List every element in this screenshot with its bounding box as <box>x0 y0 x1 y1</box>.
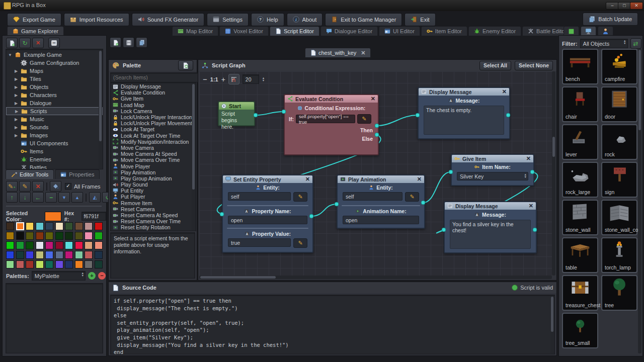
tree-scrollbar[interactable] <box>99 50 102 168</box>
palette-item-modify-navigation-interaction[interactable]: Modify Navigation/Interaction <box>111 139 196 145</box>
color-swatch-35[interactable] <box>55 251 63 259</box>
color-swatch-34[interactable] <box>45 251 53 259</box>
color-swatch-10[interactable] <box>6 232 14 240</box>
expand-arrow-icon[interactable]: ▶ <box>14 93 18 98</box>
tree-item-scripts[interactable]: ▶Scripts <box>6 107 103 115</box>
graph-canvas[interactable]: − 1:1 + 20 ▲▼ Start Script begins here. … <box>199 71 552 276</box>
color-swatch-20[interactable] <box>6 241 14 249</box>
asset-stone_wall[interactable]: stone_wall <box>562 200 598 235</box>
color-swatch-18[interactable] <box>85 232 93 240</box>
tab-editor-tools[interactable]: Editor Tools <box>6 169 54 179</box>
color-swatch-40[interactable] <box>6 260 14 268</box>
asset-campfire[interactable]: campfire <box>601 49 637 84</box>
palette-select[interactable]: MyPalette ▲▼ <box>32 271 86 281</box>
color-swatch-27[interactable] <box>75 241 83 249</box>
tree-item-music[interactable]: ▶Music <box>6 115 103 123</box>
erase-tool[interactable]: ✕ <box>32 181 44 192</box>
tab-enemy-editor[interactable]: Enemy Editor <box>468 26 521 36</box>
palette-item-display-message[interactable]: Display Message <box>111 83 196 89</box>
color-swatch-21[interactable] <box>16 241 24 249</box>
animation-name-input[interactable]: open <box>343 216 419 224</box>
palette-item-play-animation[interactable]: Play Animation <box>111 169 196 175</box>
color-swatch-19[interactable] <box>95 232 103 240</box>
hex-input[interactable]: f6791f <box>82 212 106 221</box>
node-close-icon[interactable]: ✕ <box>502 89 507 95</box>
tree-item-enemies[interactable]: Enemies <box>6 155 103 163</box>
edit-entity-button[interactable]: ✎ <box>405 192 419 202</box>
expand-arrow-icon[interactable]: ▶ <box>14 125 18 130</box>
color-swatch-30[interactable] <box>6 251 14 259</box>
tab-voxel-editor[interactable]: Voxel Editor <box>219 26 269 36</box>
palette-item-move-camera[interactable]: Move Camera <box>111 145 196 151</box>
shift-down-tool[interactable]: ↓ <box>19 192 31 203</box>
palette-item-put-player[interactable]: Put Player <box>111 194 196 200</box>
close-tab-icon[interactable]: ✕ <box>361 50 365 56</box>
tree-item-battles[interactable]: Battles <box>6 163 103 169</box>
color-swatch-1[interactable] <box>16 222 24 230</box>
color-swatch-23[interactable] <box>36 241 44 249</box>
expand-arrow-icon[interactable]: ▶ <box>14 117 18 122</box>
node-display-message-2[interactable]: Display Message ✕ A Message: You find a … <box>444 201 537 253</box>
mini-tab-objects[interactable] <box>581 26 596 36</box>
tab-properties[interactable]: Properties <box>55 169 100 179</box>
snap-toggle-button[interactable] <box>228 74 239 84</box>
asset-torch_lamp[interactable]: torch_lamp <box>601 237 637 273</box>
asset-chair[interactable]: chair <box>562 86 598 122</box>
minimize-button[interactable]: – <box>606 2 619 10</box>
asset-tree_small[interactable]: tree_small <box>562 313 598 348</box>
palette-item-put-entity[interactable]: Put Entity <box>111 188 196 194</box>
color-swatch-38[interactable] <box>85 251 93 259</box>
tree-item-dialogue[interactable]: ▶Dialogue <box>6 99 103 107</box>
asset-door[interactable]: door <box>601 86 637 122</box>
export-game-button[interactable]: Export Game <box>7 13 61 26</box>
refresh-assets-button[interactable]: ⇄ <box>630 38 641 49</box>
help-button[interactable]: ?Help <box>251 13 284 26</box>
palette-item-lock-unlock-player-interaction[interactable]: Lock/Unlock Player Interaction <box>111 114 196 120</box>
tab-item-editor[interactable]: Item Editor <box>421 26 467 36</box>
color-swatch-14[interactable] <box>45 232 53 240</box>
palette-item-look-at-target[interactable]: Look At Target <box>111 126 196 132</box>
palette-item-play-sound[interactable]: Play Sound <box>111 182 196 188</box>
node-close-icon[interactable]: ✕ <box>305 176 310 182</box>
paint-tool[interactable]: ✎ <box>19 181 31 192</box>
node-close-icon[interactable]: ✕ <box>417 176 422 182</box>
exit-to-game-manager-button[interactable]: Exit to Game Manager <box>325 13 402 26</box>
tree-item-images[interactable]: ▶Images <box>6 131 103 139</box>
palette-item-load-map[interactable]: Load Map <box>111 102 196 108</box>
exit-button[interactable]: Exit <box>405 13 435 26</box>
expand-arrow-icon[interactable]: ▶ <box>14 101 18 106</box>
palette-item-give-item[interactable]: Give Item <box>111 96 196 102</box>
source-scrollbar[interactable] <box>550 296 554 353</box>
asset-rock[interactable]: rock <box>601 124 637 160</box>
tree-item-sounds[interactable]: ▶Sounds <box>6 123 103 131</box>
document-tab[interactable]: chest_with_key ✕ <box>305 48 371 57</box>
palette-item-move-player[interactable]: Move Player <box>111 163 196 169</box>
tab-game-explorer[interactable]: Game Explorer <box>7 26 64 36</box>
batch-update-button[interactable]: Batch Update <box>583 13 638 26</box>
shift-up-tool[interactable]: ↑ <box>6 192 18 203</box>
palette-item-reset-entity-rotation[interactable]: Reset Entity Rotation <box>111 224 196 230</box>
color-swatch-17[interactable] <box>75 232 83 240</box>
tab-ui-editor[interactable]: UI Editor <box>379 26 420 36</box>
color-swatch-42[interactable] <box>26 260 34 268</box>
mirror-tool[interactable]: ◭ <box>89 192 101 203</box>
new-resource-button[interactable] <box>6 38 18 48</box>
palette-item-reset-camera-at-speed[interactable]: Reset Camera At Speed <box>111 212 196 218</box>
palette-item-evaluate-condition[interactable]: Evaluate Condition <box>111 89 196 96</box>
delete-button[interactable]: ✕ <box>32 38 44 48</box>
color-swatch-3[interactable] <box>36 222 44 230</box>
select-all-button[interactable]: Select All <box>479 61 511 70</box>
edit-condition-button[interactable]: ✎ <box>357 114 371 124</box>
tree-item-tiles[interactable]: ▶Tiles <box>6 75 103 83</box>
color-swatch-25[interactable] <box>55 241 63 249</box>
graph-hscrollbar[interactable] <box>199 276 552 279</box>
tab-script-editor[interactable]: Script Editor <box>270 26 319 36</box>
node-start[interactable]: Start Script begins here. <box>218 101 255 126</box>
asset-lever[interactable]: lever <box>562 124 598 160</box>
mini-tab-tiles[interactable] <box>564 26 579 36</box>
color-swatch-15[interactable] <box>55 232 63 240</box>
node-close-icon[interactable]: ✕ <box>526 156 531 161</box>
all-frames-checkbox[interactable]: ✓ All Frames <box>65 183 101 190</box>
collapse-button[interactable]: − <box>48 38 60 48</box>
color-swatch-28[interactable] <box>85 241 93 249</box>
